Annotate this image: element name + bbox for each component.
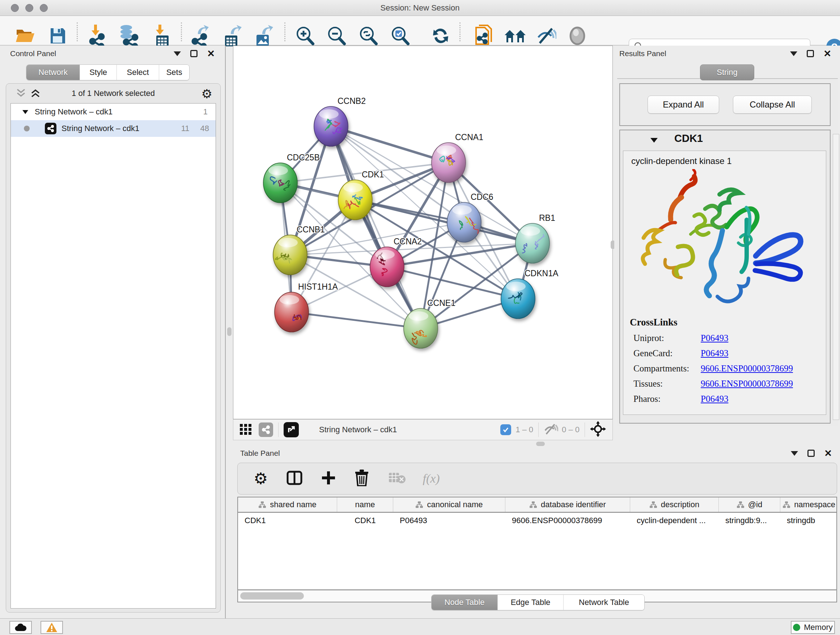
- function-builder-icon[interactable]: f(x): [423, 472, 439, 486]
- cloud-status-button[interactable]: [9, 621, 32, 634]
- table-cell[interactable]: 9606.ENSP00000378699: [505, 516, 630, 525]
- maximize-panel-icon[interactable]: [190, 50, 197, 57]
- table-cell[interactable]: CDK1: [238, 516, 337, 525]
- left-splitter-handle[interactable]: [227, 327, 232, 336]
- show-columns-icon[interactable]: [286, 470, 302, 487]
- import-network-database-icon[interactable]: [118, 24, 141, 48]
- expand-all-button[interactable]: Expand All: [647, 96, 719, 114]
- node-table[interactable]: shared namenamecanonical namedatabase id…: [237, 497, 837, 590]
- control-panel: Control Panel ✕ Network Style Select Set…: [0, 46, 226, 618]
- tab-style[interactable]: Style: [80, 65, 117, 80]
- pan-crosshair-icon[interactable]: [590, 421, 606, 439]
- birds-eye-grid-icon[interactable]: [239, 423, 252, 437]
- delete-table-icon[interactable]: [388, 471, 406, 486]
- table-row[interactable]: CDK1CDK1P064939606.ENSP00000378699cyclin…: [238, 513, 836, 529]
- export-network-icon[interactable]: [189, 24, 212, 48]
- save-session-icon[interactable]: [46, 24, 69, 48]
- tab-network-table[interactable]: Network Table: [563, 595, 644, 610]
- table-cell[interactable]: CDK1: [337, 516, 393, 525]
- column-header-label: name: [355, 500, 375, 509]
- tab-network[interactable]: Network: [27, 65, 80, 80]
- table-cell[interactable]: cyclin-dependent ...: [630, 516, 719, 525]
- network-options-gear-icon[interactable]: ⚙: [202, 87, 212, 101]
- crosslink-link[interactable]: P06493: [701, 394, 728, 404]
- float-panel-icon[interactable]: [791, 451, 798, 456]
- network-edge[interactable]: [355, 200, 532, 243]
- column-header--id[interactable]: @id: [719, 497, 780, 512]
- table-options-gear-icon[interactable]: ⚙: [254, 470, 268, 486]
- export-table-icon[interactable]: [221, 24, 244, 48]
- refresh-layout-icon[interactable]: [429, 24, 452, 48]
- maximize-panel-icon[interactable]: [807, 50, 814, 57]
- node-cdkn1a[interactable]: CDKN1A: [501, 269, 559, 318]
- hide-selected-eye-icon[interactable]: [535, 24, 558, 48]
- node-cdc6[interactable]: CDC6: [447, 192, 493, 242]
- column-header-shared-name[interactable]: shared name: [238, 497, 337, 512]
- network-canvas[interactable]: CCNB2CCNA1CDC25BCDK1CDC6RB1CCNB1CCNA2CDK…: [233, 46, 613, 419]
- column-header-description[interactable]: description: [630, 497, 719, 512]
- close-panel-icon[interactable]: ✕: [823, 50, 831, 57]
- close-panel-icon[interactable]: ✕: [824, 450, 832, 457]
- column-header-label: database identifier: [541, 500, 606, 509]
- crosslink-link[interactable]: P06493: [701, 348, 728, 358]
- protein-expander-icon[interactable]: [650, 137, 658, 145]
- maximize-panel-icon[interactable]: [807, 450, 815, 457]
- string-network-graph[interactable]: CCNB2CCNA1CDC25BCDK1CDC6RB1CCNB1CCNA2CDK…: [233, 46, 613, 419]
- results-panel-title: Results Panel: [619, 49, 666, 58]
- close-panel-icon[interactable]: ✕: [207, 50, 215, 57]
- zoom-fit-icon[interactable]: [357, 24, 380, 48]
- column-header-name[interactable]: name: [337, 497, 393, 512]
- zoom-selected-icon[interactable]: [388, 24, 412, 48]
- results-scrollbar[interactable]: [833, 134, 839, 420]
- network-edge[interactable]: [292, 312, 421, 328]
- table-cell[interactable]: P06493: [393, 516, 505, 525]
- network-row-selected[interactable]: String Network – cdk1 11 48: [11, 120, 216, 137]
- open-in-new-view-icon[interactable]: [284, 422, 299, 437]
- node-cdc25b[interactable]: CDC25B: [264, 153, 320, 203]
- network-collection-row[interactable]: String Network – cdk1 1: [11, 103, 216, 120]
- collapse-all-button[interactable]: Collapse All: [733, 96, 812, 114]
- crosslink-link[interactable]: P06493: [701, 333, 728, 343]
- node-hist1h1a[interactable]: HIST1H1A: [275, 282, 338, 332]
- tab-edge-table[interactable]: Edge Table: [497, 595, 563, 610]
- add-column-icon[interactable]: [321, 470, 336, 486]
- crosslink-link[interactable]: 9606.ENSP00000378699: [701, 379, 793, 389]
- open-session-icon[interactable]: [14, 24, 37, 48]
- table-hscrollbar-thumb[interactable]: [240, 592, 304, 600]
- home-neighbors-icon[interactable]: [504, 24, 527, 48]
- node-ccna1[interactable]: CCNA1: [431, 133, 483, 182]
- network-edge[interactable]: [331, 126, 421, 328]
- column-header-database-identifier[interactable]: database identifier: [505, 497, 630, 512]
- tab-node-table[interactable]: Node Table: [431, 595, 497, 610]
- collection-expander-icon[interactable]: [22, 109, 29, 115]
- bottom-splitter-handle[interactable]: [536, 442, 545, 446]
- delete-column-trash-icon[interactable]: [355, 470, 369, 488]
- show-all-eye-icon[interactable]: [566, 24, 589, 48]
- crosslink-link[interactable]: 9606.ENSP00000378699: [701, 363, 793, 374]
- tab-string[interactable]: String: [700, 65, 754, 80]
- tab-select[interactable]: Select: [117, 65, 159, 80]
- hierarchy-icon: [737, 501, 745, 508]
- node-rb1[interactable]: RB1: [515, 213, 555, 263]
- zoom-out-icon[interactable]: [325, 24, 348, 48]
- import-table-icon[interactable]: [150, 24, 174, 48]
- column-header-namespace[interactable]: namespace: [780, 497, 837, 512]
- import-network-icon[interactable]: [87, 24, 110, 48]
- hidden-eye-icon[interactable]: [544, 423, 558, 436]
- table-cell[interactable]: stringdb:9...: [719, 516, 780, 525]
- network-view-icon[interactable]: [259, 423, 273, 437]
- float-panel-icon[interactable]: [174, 51, 181, 56]
- memory-button[interactable]: Memory: [791, 621, 835, 634]
- selected-checkbox-icon[interactable]: [500, 424, 511, 435]
- column-header-canonical-name[interactable]: canonical name: [393, 497, 505, 512]
- float-panel-icon[interactable]: [790, 51, 797, 56]
- table-cell[interactable]: stringdb: [780, 516, 837, 525]
- hidden-node-edge-counts: 0 – 0: [562, 425, 579, 434]
- tab-sets[interactable]: Sets: [159, 65, 189, 80]
- node-ccnb2[interactable]: CCNB2: [314, 96, 366, 146]
- file-network-icon[interactable]: [472, 24, 496, 48]
- export-image-icon[interactable]: [252, 24, 275, 48]
- warning-status-button[interactable]: [41, 621, 63, 634]
- network-edge[interactable]: [331, 126, 448, 163]
- zoom-in-icon[interactable]: [294, 24, 317, 48]
